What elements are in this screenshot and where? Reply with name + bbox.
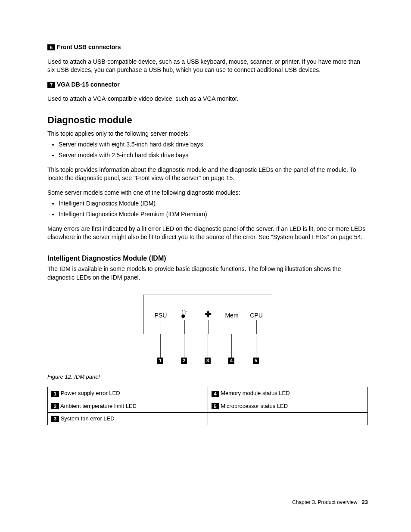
callout-badge-7: 7 <box>47 82 55 88</box>
section-6-body: Used to attach a USB-compatible device, … <box>47 58 368 75</box>
callout-badge: 5 <box>212 403 219 409</box>
callout-num-5: 5 <box>253 358 259 364</box>
section-6-title: Front USB connectors <box>57 44 121 50</box>
leader-line <box>232 320 232 334</box>
callout-text: Memory module status LED <box>221 390 290 396</box>
callout-text: System fan error LED <box>61 415 115 422</box>
idm-panel-box: PSU ° Mem CPU <box>143 295 272 334</box>
server-models-list: Server models with eight 3.5-inch hard d… <box>47 140 368 159</box>
diag-p4: Many errors are first indicated by a lit… <box>47 225 368 242</box>
panel-label-mem: Mem <box>225 311 238 320</box>
diag-p3: Some server models come with one of the … <box>47 189 368 197</box>
heading-idm: Intelligent Diagnostics Module (IDM) <box>47 254 368 263</box>
diag-p2: This topic provides information about th… <box>47 166 368 183</box>
callout-badge-6: 6 <box>47 44 55 50</box>
leader-line <box>184 320 185 334</box>
footer-chapter: Chapter 3. Product overview <box>292 499 357 505</box>
callout-num-4: 4 <box>228 358 234 364</box>
leader-line <box>256 320 257 334</box>
callout-badge: 2 <box>51 403 59 409</box>
callout-badge: 1 <box>51 391 59 397</box>
idm-panel-diagram: PSU ° Mem CPU 1 2 3 4 5 <box>143 295 272 369</box>
callout-text: Ambient temperature limit LED <box>60 403 137 409</box>
diag-modules-list: Intelligent Diagnostics Module (IDM) Int… <box>47 199 368 218</box>
callout-text: Microprocessor status LED <box>221 403 288 409</box>
leader-line <box>208 320 209 334</box>
list-item: Server models with eight 3.5-inch hard d… <box>59 140 368 149</box>
footer-page-number: 23 <box>362 499 368 505</box>
list-item: Server models with 2.5-inch hard disk dr… <box>59 151 368 160</box>
panel-label-cpu: CPU <box>250 311 263 320</box>
callout-num-2: 2 <box>181 358 187 364</box>
callout-num-3: 3 <box>205 358 211 364</box>
section-7-title: VGA DB-15 connector <box>57 81 120 88</box>
diag-intro: This topic applies only to the following… <box>47 130 368 138</box>
list-item: Intelligent Diagnostics Module Premium (… <box>59 210 368 219</box>
list-item: Intelligent Diagnostics Module (IDM) <box>59 199 368 208</box>
document-page: 6 Front USB connectors Used to attach a … <box>0 0 411 532</box>
fan-icon <box>205 311 212 320</box>
idm-intro: The IDM is available in some models to p… <box>47 265 368 282</box>
callout-text: Power supply error LED <box>61 390 120 396</box>
page-footer: Chapter 3. Product overview 23 <box>292 498 368 506</box>
thermometer-icon: ° <box>182 310 187 319</box>
section-7-heading: 7 VGA DB-15 connector <box>47 81 368 89</box>
callout-table: 1 Power supply error LED 4 Memory module… <box>47 387 368 425</box>
callout-badge: 4 <box>212 391 219 397</box>
table-row: 2 Ambient temperature limit LED 5 Microp… <box>48 400 368 412</box>
heading-diagnostic-module: Diagnostic module <box>47 114 368 127</box>
callout-number-row: 1 2 3 4 5 <box>143 334 272 369</box>
section-6-heading: 6 Front USB connectors <box>47 43 368 52</box>
callout-num-1: 1 <box>157 358 163 364</box>
leader-line <box>161 320 161 334</box>
figure-caption: Figure 12. IDM panel <box>47 373 368 381</box>
table-row: 1 Power supply error LED 4 Memory module… <box>48 387 368 400</box>
section-7-body: Used to attach a VGA-compatible video de… <box>47 95 368 103</box>
callout-badge: 3 <box>51 416 59 422</box>
panel-label-psu: PSU <box>155 311 167 320</box>
table-row: 3 System fan error LED <box>48 412 368 425</box>
